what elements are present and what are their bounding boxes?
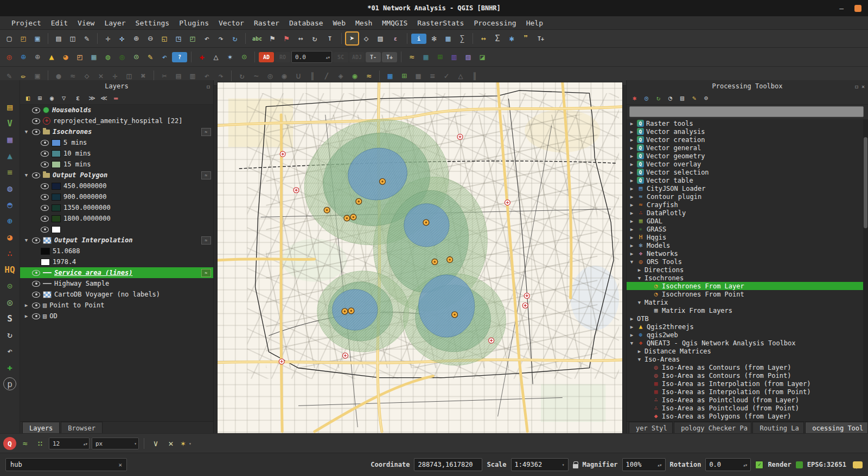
toolbox-item-matrix-from-layers[interactable]: ▦Matrix From Layers [627, 306, 868, 314]
visibility-eye-icon[interactable] [32, 237, 40, 243]
visibility-eye-icon[interactable] [41, 216, 49, 222]
visibility-eye-icon[interactable] [32, 292, 40, 298]
visibility-eye-icon[interactable] [41, 205, 49, 211]
toolbox-item-directions[interactable]: ▶Directions [627, 266, 868, 274]
pan-to-selection-icon[interactable]: ✜ [116, 32, 129, 45]
layer-item-swatch[interactable] [20, 224, 213, 235]
expand-arrow-icon[interactable]: ▶ [629, 316, 635, 321]
manage-map-themes-icon[interactable]: ◉ [47, 93, 57, 104]
marker-size-spin[interactable]: 12▲▼ [49, 438, 90, 449]
collapse-all-icon[interactable]: ≪ [99, 93, 109, 104]
toolbox-item-vector-geometry[interactable]: ▶QVector geometry [627, 152, 868, 160]
in-place-edit-icon[interactable]: ◎ [641, 93, 652, 104]
close-panel-icon[interactable]: ✕ [861, 83, 865, 89]
expand-arrow-icon[interactable]: ▼ [23, 237, 29, 243]
data-source-manager-icon[interactable]: ▤ [4, 101, 16, 113]
digitize-pencil-icon[interactable]: ✎ [144, 50, 157, 63]
toolbox-item-contour-plugin[interactable]: ▶≈Contour plugin [627, 192, 868, 201]
toolbox-item-otb[interactable]: ▶OTB [627, 314, 868, 323]
toolbox-item-hqgis[interactable]: ▶HHqgis [627, 233, 868, 241]
toolbox-item-iso-area-as-interpolation-from-point[interactable]: ▩Iso-Area as Interpolation (from Point) [627, 388, 868, 396]
expand-arrow-icon[interactable]: ▶ [629, 218, 635, 224]
toolbox-item-vector-overlay[interactable]: ▶QVector overlay [627, 160, 868, 168]
toolbox-item-vector-creation[interactable]: ▶QVector creation [627, 136, 868, 144]
tab-layers[interactable]: Layers [22, 422, 60, 434]
layer-item-isochrones[interactable]: ▼Isochrones≈ [20, 126, 213, 137]
select-by-polygon-icon[interactable]: ◇ [360, 32, 373, 45]
menu-mesh[interactable]: Mesh [350, 18, 377, 28]
zoom-level-tool-icon[interactable]: ⊙ [130, 50, 143, 63]
open-layer-styling-icon[interactable]: ◧ [23, 93, 33, 104]
recycle-results-icon[interactable]: ↻ [653, 93, 663, 104]
advanced-digitizing-panel-icon[interactable]: ≈ [18, 437, 31, 450]
menu-processing[interactable]: Processing [469, 18, 521, 28]
crosshair-red-icon[interactable]: ✚ [195, 50, 208, 63]
toolbox-item-networks[interactable]: ▶❖Networks [627, 249, 868, 258]
map-tips-icon[interactable]: ❞ [519, 32, 532, 45]
expand-arrow-icon[interactable]: ▶ [636, 349, 642, 354]
toolbox-item-iso-area-as-contours-from-point[interactable]: ◎Iso-Area as Contours (from Point) [627, 371, 868, 379]
menu-view[interactable]: View [73, 18, 99, 28]
menu-edit[interactable]: Edit [46, 18, 73, 28]
toolbox-item-vector-analysis[interactable]: ▶QVector analysis [627, 127, 868, 136]
history-icon[interactable]: ◔ [665, 93, 675, 104]
project-save-icon[interactable]: ▣ [31, 32, 44, 45]
trace-dots-icon[interactable]: ∷ [34, 437, 47, 450]
vertex-marker-semitransparent-icon[interactable]: ∨ [149, 437, 162, 450]
float-panel-icon[interactable]: ◻ [855, 83, 858, 89]
layer-item-900-0000000[interactable]: 900.0000000 [20, 191, 213, 202]
expand-arrow-icon[interactable]: ▶ [629, 170, 635, 175]
visibility-eye-icon[interactable] [41, 140, 49, 146]
open-attribute-table-icon[interactable]: ▦ [442, 32, 455, 45]
expand-arrow-icon[interactable]: ▼ [636, 300, 642, 305]
rotation-spin[interactable]: 0.0▲▼ [705, 458, 751, 471]
project-open-icon[interactable]: ◰ [17, 32, 30, 45]
globe-green-icon[interactable]: ◍ [101, 50, 114, 63]
panel-tab-routing-la[interactable]: Routing La [752, 422, 804, 434]
render-checkbox[interactable]: ✓ [755, 461, 763, 469]
zoom-to-layer-icon[interactable]: ◰ [186, 32, 199, 45]
web-services-icon[interactable]: ⊕ [31, 50, 44, 63]
select-features-icon[interactable]: ➤ [346, 32, 359, 45]
toolbox-item-iso-area-as-pointcloud-from-point[interactable]: ∴Iso-Area as Pointcloud (from Point) [627, 404, 868, 412]
add-annotation-icon[interactable]: ✚ [4, 361, 16, 373]
visibility-eye-icon[interactable] [41, 194, 49, 200]
map-search-icon[interactable]: ◎ [4, 296, 16, 308]
expand-arrow-icon[interactable]: ▶ [629, 186, 635, 191]
visibility-eye-icon[interactable] [32, 281, 40, 287]
add-grid-icon[interactable]: ⊞ [433, 50, 446, 63]
zoom-to-selection-icon[interactable]: ◳ [172, 32, 185, 45]
results-viewer-icon[interactable]: ▤ [677, 93, 687, 104]
refresh-map-icon[interactable]: ↻ [228, 32, 241, 45]
visibility-eye-icon[interactable] [32, 303, 40, 308]
layer-item-cartodb-voyager-no-labels[interactable]: CartoDB Voyager (no labels) [20, 289, 213, 300]
visibility-eye-icon[interactable] [41, 151, 49, 157]
coordinate-input[interactable]: 288743,1617820 [414, 458, 482, 471]
zoom-out-icon[interactable]: ⊖ [144, 32, 157, 45]
panel-tab-yer-styl[interactable]: yer Styl [629, 422, 673, 434]
marker-unit-combo[interactable]: px▾ [92, 438, 139, 449]
rotate-label-icon[interactable]: ↻ [308, 32, 321, 45]
toolbox-item-cityjson-loader[interactable]: ▶▤CityJSON Loader [627, 184, 868, 192]
layer-item-1978-4[interactable]: 1978.4 [20, 256, 213, 267]
processing-toolbox-toggle-icon[interactable]: ✱ [505, 32, 518, 45]
zoom-last-icon[interactable]: ↶ [200, 32, 213, 45]
scale-combo[interactable]: 1:49362▾ [511, 458, 569, 471]
layer-item-1800-0000000[interactable]: 1800.0000000 [20, 213, 213, 224]
add-delimited-text-icon[interactable]: ≡ [4, 166, 16, 178]
visibility-eye-icon[interactable] [32, 270, 40, 276]
undo-rail-icon[interactable]: ↶ [4, 345, 16, 357]
curve-tool-icon[interactable]: ≈ [405, 50, 418, 63]
color-grid-icon[interactable]: ▦ [87, 50, 100, 63]
project-new-icon[interactable]: ▢ [3, 32, 16, 45]
magic-wand-icon[interactable]: ✶ [224, 50, 237, 63]
menu-web[interactable]: Web [328, 18, 350, 28]
add-wms-layer-icon[interactable]: ⊕ [4, 215, 16, 227]
text-bigger-icon[interactable]: T+ [382, 52, 397, 62]
tab-browser[interactable]: Browser [61, 422, 103, 434]
toolbox-item-grass[interactable]: ▶✳GRASS [627, 225, 868, 233]
minimize-button[interactable]: — [839, 4, 844, 12]
layer-item-450-0000000[interactable]: 450.0000000 [20, 181, 213, 191]
browser-globe-icon[interactable]: ◕ [4, 231, 16, 243]
vertex-marker-cross-icon[interactable]: ✕ [164, 437, 177, 450]
